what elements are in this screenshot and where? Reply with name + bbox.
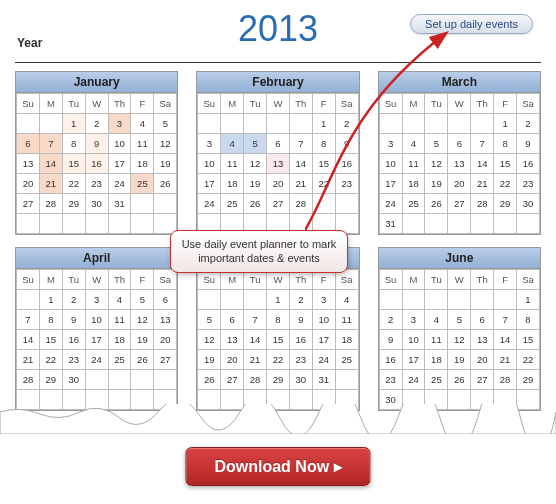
day-cell[interactable]: 4: [335, 290, 358, 310]
day-cell[interactable]: 24: [402, 370, 425, 390]
day-cell[interactable]: 30: [517, 194, 540, 214]
day-cell[interactable]: 29: [62, 194, 85, 214]
day-cell[interactable]: 7: [39, 134, 62, 154]
day-cell[interactable]: 18: [131, 154, 154, 174]
day-cell[interactable]: 17: [198, 174, 221, 194]
day-cell[interactable]: 9: [85, 134, 108, 154]
day-cell[interactable]: 20: [17, 174, 40, 194]
day-cell[interactable]: 30: [85, 194, 108, 214]
day-cell[interactable]: 8: [267, 310, 290, 330]
day-cell[interactable]: 5: [244, 134, 267, 154]
day-cell[interactable]: 25: [425, 370, 448, 390]
day-cell[interactable]: 10: [312, 310, 335, 330]
day-cell[interactable]: 15: [312, 154, 335, 174]
day-cell[interactable]: 30: [289, 370, 312, 390]
day-cell[interactable]: 1: [312, 114, 335, 134]
day-cell[interactable]: 11: [108, 310, 131, 330]
day-cell[interactable]: 13: [17, 154, 40, 174]
day-cell[interactable]: 22: [39, 350, 62, 370]
day-cell[interactable]: 22: [62, 174, 85, 194]
day-cell[interactable]: 6: [154, 290, 177, 310]
day-cell[interactable]: 3: [198, 134, 221, 154]
day-cell[interactable]: 8: [39, 310, 62, 330]
day-cell[interactable]: 23: [289, 350, 312, 370]
day-cell[interactable]: 1: [267, 290, 290, 310]
day-cell[interactable]: 9: [289, 310, 312, 330]
day-cell[interactable]: 4: [131, 114, 154, 134]
day-cell[interactable]: 26: [131, 350, 154, 370]
day-cell[interactable]: 31: [108, 194, 131, 214]
day-cell[interactable]: 13: [471, 330, 494, 350]
day-cell[interactable]: 17: [312, 330, 335, 350]
day-cell[interactable]: 18: [335, 330, 358, 350]
day-cell[interactable]: 11: [335, 310, 358, 330]
day-cell[interactable]: 11: [425, 330, 448, 350]
day-cell[interactable]: 6: [221, 310, 244, 330]
download-button[interactable]: Download Now ▸: [185, 447, 370, 486]
day-cell[interactable]: 21: [244, 350, 267, 370]
day-cell[interactable]: 12: [425, 154, 448, 174]
day-cell[interactable]: 20: [154, 330, 177, 350]
day-cell[interactable]: 28: [17, 370, 40, 390]
day-cell[interactable]: 3: [108, 114, 131, 134]
day-cell[interactable]: 11: [402, 154, 425, 174]
day-cell[interactable]: 18: [108, 330, 131, 350]
day-cell[interactable]: 29: [267, 370, 290, 390]
day-cell[interactable]: 21: [471, 174, 494, 194]
day-cell[interactable]: 14: [244, 330, 267, 350]
day-cell[interactable]: 7: [17, 310, 40, 330]
day-cell[interactable]: 15: [494, 154, 517, 174]
day-cell[interactable]: 4: [425, 310, 448, 330]
day-cell[interactable]: 9: [62, 310, 85, 330]
day-cell[interactable]: 26: [425, 194, 448, 214]
day-cell[interactable]: 20: [448, 174, 471, 194]
day-cell[interactable]: 2: [517, 114, 540, 134]
day-cell[interactable]: 6: [471, 310, 494, 330]
day-cell[interactable]: 31: [312, 370, 335, 390]
day-cell[interactable]: 5: [154, 114, 177, 134]
day-cell[interactable]: 30: [62, 370, 85, 390]
day-cell[interactable]: 28: [289, 194, 312, 214]
day-cell[interactable]: 16: [62, 330, 85, 350]
day-cell[interactable]: 25: [335, 350, 358, 370]
day-cell[interactable]: 7: [494, 310, 517, 330]
day-cell[interactable]: 28: [494, 370, 517, 390]
day-cell[interactable]: 2: [335, 114, 358, 134]
day-cell[interactable]: 20: [471, 350, 494, 370]
day-cell[interactable]: 2: [85, 114, 108, 134]
day-cell[interactable]: 5: [448, 310, 471, 330]
day-cell[interactable]: 15: [62, 154, 85, 174]
day-cell[interactable]: 6: [448, 134, 471, 154]
day-cell[interactable]: 12: [198, 330, 221, 350]
day-cell[interactable]: 3: [312, 290, 335, 310]
day-cell[interactable]: 21: [39, 174, 62, 194]
day-cell[interactable]: 6: [17, 134, 40, 154]
day-cell[interactable]: 22: [517, 350, 540, 370]
day-cell[interactable]: 5: [131, 290, 154, 310]
day-cell[interactable]: 5: [198, 310, 221, 330]
day-cell[interactable]: 18: [425, 350, 448, 370]
day-cell[interactable]: 27: [267, 194, 290, 214]
day-cell[interactable]: 14: [39, 154, 62, 174]
day-cell[interactable]: 20: [221, 350, 244, 370]
day-cell[interactable]: 8: [517, 310, 540, 330]
day-cell[interactable]: 3: [85, 290, 108, 310]
day-cell[interactable]: 24: [108, 174, 131, 194]
day-cell[interactable]: 24: [379, 194, 402, 214]
day-cell[interactable]: 21: [494, 350, 517, 370]
day-cell[interactable]: 27: [17, 194, 40, 214]
day-cell[interactable]: 4: [402, 134, 425, 154]
day-cell[interactable]: 8: [312, 134, 335, 154]
day-cell[interactable]: 18: [221, 174, 244, 194]
day-cell[interactable]: 1: [517, 290, 540, 310]
day-cell[interactable]: 16: [517, 154, 540, 174]
day-cell[interactable]: 11: [221, 154, 244, 174]
day-cell[interactable]: 19: [198, 350, 221, 370]
day-cell[interactable]: 8: [494, 134, 517, 154]
day-cell[interactable]: 27: [154, 350, 177, 370]
day-cell[interactable]: 23: [85, 174, 108, 194]
day-cell[interactable]: 21: [289, 174, 312, 194]
day-cell[interactable]: 17: [85, 330, 108, 350]
day-cell[interactable]: 15: [517, 330, 540, 350]
day-cell[interactable]: 2: [62, 290, 85, 310]
